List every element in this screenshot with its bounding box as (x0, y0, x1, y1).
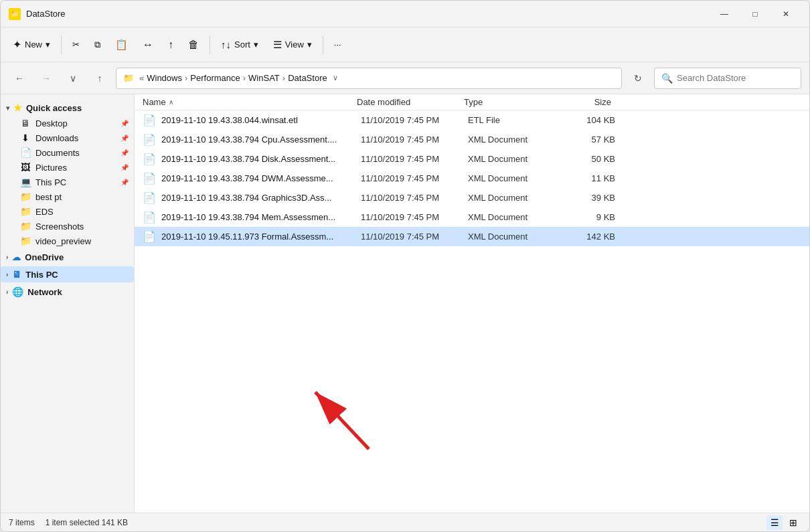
up-button[interactable]: ↑ (89, 68, 110, 89)
sidebar-item-thispc[interactable]: › 🖥 This PC (1, 266, 134, 282)
col-date-header[interactable]: Date modified (357, 97, 464, 107)
tile-view-button[interactable]: ⊞ (785, 515, 801, 530)
copy-icon: ⧉ (94, 39, 100, 50)
sidebar-item-thispc-quick-label: This PC (35, 177, 66, 187)
minimize-button[interactable]: — (709, 3, 740, 25)
forward-button[interactable]: → (35, 68, 57, 89)
file-row-3[interactable]: 📄 2019-11-10 19.43.38.794 DWM.Assessme..… (135, 169, 809, 188)
desktop-pin-icon: 📌 (120, 120, 129, 127)
cut-button[interactable]: ✂ (66, 32, 86, 58)
sidebar-item-network[interactable]: › 🌐 Network (1, 284, 134, 300)
file-type-1: XML Document (468, 135, 562, 145)
file-size-4: 39 KB (562, 193, 615, 203)
file-size-5: 9 KB (562, 212, 615, 222)
quick-access-section: ▾ ★ Quick access 🖥 Desktop 📌 ⬇ Downloads… (1, 100, 134, 248)
view-icon: ☰ (273, 39, 282, 51)
breadcrumb-performance[interactable]: Performance (190, 73, 240, 83)
file-list: 📄 2019-11-10 19.43.38.044.winsat.etl 11/… (135, 110, 809, 513)
col-name-header[interactable]: Name ∧ (143, 97, 357, 107)
breadcrumb-bar[interactable]: 📁 « Windows › Performance › WinSAT › Dat… (116, 68, 622, 89)
file-icon-4: 📄 (143, 191, 156, 204)
file-date-1: 11/10/2019 7:45 PM (361, 135, 468, 145)
breadcrumb-windows[interactable]: Windows (147, 73, 182, 83)
sidebar: ▾ ★ Quick access 🖥 Desktop 📌 ⬇ Downloads… (1, 94, 135, 513)
breadcrumb-sep-2: › (243, 73, 246, 83)
search-bar[interactable]: 🔍 (654, 68, 801, 89)
copy-button[interactable]: ⧉ (88, 32, 107, 58)
new-icon: ✦ (13, 38, 21, 51)
thispc-section: › 🖥 This PC (1, 266, 134, 282)
pictures-pin-icon: 📌 (120, 164, 129, 171)
quick-access-header[interactable]: ▾ ★ Quick access (1, 100, 134, 116)
breadcrumb-expand-icon[interactable]: ∨ (333, 74, 338, 82)
downloads-pin-icon: 📌 (120, 135, 129, 142)
file-name-0: 2019-11-10 19.43.38.044.winsat.etl (161, 115, 361, 125)
paste-button[interactable]: 📋 (108, 32, 135, 58)
col-type-header[interactable]: Type (464, 97, 558, 107)
separator-3 (323, 35, 323, 54)
sidebar-item-pictures[interactable]: 🖼 Pictures 📌 (1, 160, 134, 175)
sidebar-item-bestpt-label: best pt (35, 192, 62, 202)
sidebar-item-downloads[interactable]: ⬇ Downloads 📌 (1, 130, 134, 145)
file-date-3: 11/10/2019 7:45 PM (361, 173, 468, 183)
col-name-label: Name (143, 97, 166, 107)
move-button[interactable]: ↔ (136, 32, 160, 58)
file-type-2: XML Document (468, 154, 562, 164)
search-input[interactable] (677, 73, 794, 83)
delete-button[interactable]: 🗑 (181, 32, 206, 58)
file-icon-3: 📄 (143, 172, 156, 185)
sidebar-item-thispc-quick[interactable]: 💻 This PC 📌 (1, 175, 134, 189)
file-row-4[interactable]: 📄 2019-11-10 19.43.38.794 Graphics3D.Ass… (135, 188, 809, 207)
more-button[interactable]: ··· (327, 32, 348, 58)
sidebar-item-videopreview[interactable]: 📁 video_preview (1, 234, 134, 248)
refresh-button[interactable]: ↻ (627, 68, 649, 89)
new-chevron: ▾ (46, 39, 50, 50)
file-row-1[interactable]: 📄 2019-11-10 19.43.38.794 Cpu.Assessment… (135, 130, 809, 149)
share-button[interactable]: ↑ (161, 32, 180, 58)
more-icon: ··· (334, 39, 341, 50)
file-date-2: 11/10/2019 7:45 PM (361, 154, 468, 164)
file-area: Name ∧ Date modified Type Size 📄 2019-11… (135, 94, 809, 513)
new-button[interactable]: ✦ New ▾ (6, 32, 57, 58)
window-icon: 📁 (9, 8, 21, 20)
file-row-6[interactable]: 📄 2019-11-10 19.45.11.973 Formal.Assessm… (135, 227, 809, 246)
separator-1 (61, 35, 62, 54)
sidebar-item-documents[interactable]: 📄 Documents 📌 (1, 145, 134, 160)
new-label: New (25, 39, 42, 50)
view-toggle: ☰ ⊞ (766, 515, 801, 530)
sidebar-item-desktop[interactable]: 🖥 Desktop 📌 (1, 116, 134, 130)
sidebar-item-eds[interactable]: 📁 EDS (1, 204, 134, 219)
thispc-quick-icon: 💻 (19, 177, 31, 187)
sidebar-item-screenshots[interactable]: 📁 Screenshots (1, 219, 134, 234)
status-info: 7 items 1 item selected 141 KB (9, 518, 128, 527)
sort-icon: ↑↓ (221, 39, 231, 50)
share-icon: ↑ (168, 39, 173, 51)
sidebar-item-onedrive[interactable]: › ☁ OneDrive (1, 250, 134, 265)
dropdown-recent-button[interactable]: ∨ (62, 68, 84, 89)
file-icon-2: 📄 (143, 153, 156, 165)
title-bar: 📁 DataStore — □ ✕ (1, 1, 809, 27)
file-date-5: 11/10/2019 7:45 PM (361, 212, 468, 222)
list-view-button[interactable]: ☰ (766, 515, 783, 530)
back-button[interactable]: ← (9, 68, 30, 89)
breadcrumb-winsat[interactable]: WinSAT (248, 73, 280, 83)
file-size-0: 104 KB (562, 115, 615, 125)
maximize-button[interactable]: □ (740, 3, 771, 25)
sort-button[interactable]: ↑↓ Sort ▾ (214, 32, 265, 58)
file-row-0[interactable]: 📄 2019-11-10 19.43.38.044.winsat.etl 11/… (135, 110, 809, 130)
desktop-icon: 🖥 (19, 118, 31, 128)
file-name-5: 2019-11-10 19.43.38.794 Mem.Assessmen... (161, 212, 361, 222)
sidebar-item-videopreview-label: video_preview (35, 236, 91, 246)
view-chevron: ▾ (307, 39, 312, 50)
sidebar-item-bestpt[interactable]: 📁 best pt (1, 189, 134, 204)
close-button[interactable]: ✕ (771, 3, 801, 25)
sidebar-item-network-label: Network (27, 287, 62, 297)
col-size-header[interactable]: Size (558, 97, 611, 107)
file-icon-6: 📄 (143, 230, 156, 243)
file-row-5[interactable]: 📄 2019-11-10 19.43.38.794 Mem.Assessmen.… (135, 207, 809, 227)
documents-icon: 📄 (19, 147, 31, 158)
network-section: › 🌐 Network (1, 284, 134, 300)
view-button[interactable]: ☰ View ▾ (266, 32, 319, 58)
file-row-2[interactable]: 📄 2019-11-10 19.43.38.794 Disk.Assessmen… (135, 149, 809, 169)
breadcrumb-datastore[interactable]: DataStore (288, 73, 327, 83)
